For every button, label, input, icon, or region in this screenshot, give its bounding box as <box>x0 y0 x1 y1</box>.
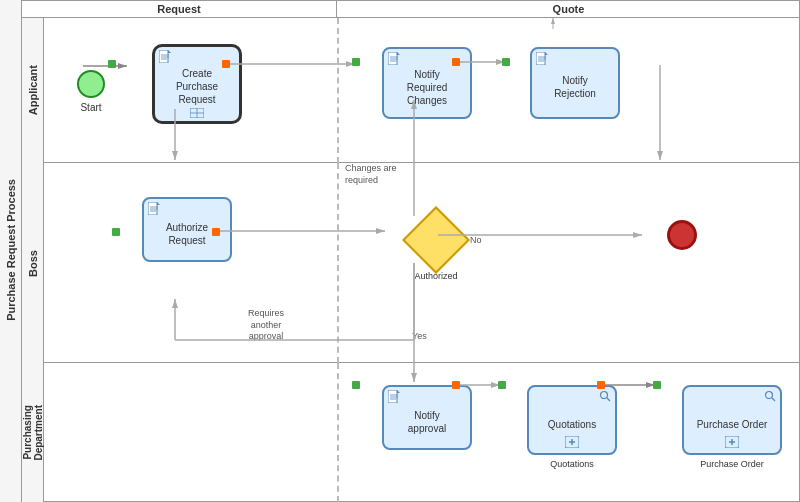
plus-icon-purchase <box>725 436 739 450</box>
svg-line-29 <box>607 398 610 401</box>
notify-required-changes-node[interactable]: NotifyRequiredChanges <box>382 47 472 119</box>
no-label: No <box>470 235 482 245</box>
main-process-label: Purchase Request Process <box>0 100 22 400</box>
col-header-quote: Quote <box>337 0 800 18</box>
create-purchase-label: CreatePurchaseRequest <box>176 67 218 106</box>
doc-icon-notify-approval <box>388 390 400 405</box>
table-icon-create <box>190 108 204 118</box>
col-header-request: Request <box>22 0 337 18</box>
svg-rect-0 <box>159 50 168 63</box>
row-boss: Boss AuthorizeRequest Authorized Change <box>22 163 800 363</box>
notify-required-label: NotifyRequiredChanges <box>407 68 448 107</box>
notify-rejection-label: NotifyRejection <box>554 74 596 100</box>
quotations-node[interactable]: Quotations <box>527 385 617 455</box>
authorize-request-node[interactable]: AuthorizeRequest <box>142 197 232 262</box>
row-label-purchasing: PurchasingDepartment <box>22 363 44 502</box>
svg-rect-8 <box>388 52 397 65</box>
create-purchase-request-node[interactable]: CreatePurchaseRequest <box>152 44 242 124</box>
purchase-order-label: Purchase Order <box>697 419 768 430</box>
svg-line-34 <box>772 398 775 401</box>
svg-marker-19 <box>157 202 160 205</box>
svg-rect-18 <box>148 202 157 215</box>
svg-marker-1 <box>168 50 171 53</box>
search-icon-purchase <box>764 390 776 404</box>
start-event <box>77 70 105 98</box>
quotations-bottom-label: Quotations <box>534 459 610 469</box>
requires-approval-label: Requiresanotherapproval <box>248 308 284 343</box>
doc-icon-notify-req <box>388 52 400 67</box>
doc-icon-notify-rej <box>536 52 548 67</box>
row-label-boss: Boss <box>22 163 44 363</box>
svg-rect-13 <box>536 52 545 65</box>
notify-rejection-node[interactable]: NotifyRejection <box>530 47 620 119</box>
row-purchasing: PurchasingDepartment Notifyapproval <box>22 363 800 502</box>
purchase-order-bottom-label: Purchase Order <box>687 459 777 469</box>
quotations-label: Quotations <box>548 419 596 430</box>
start-label: Start <box>68 102 114 113</box>
svg-point-33 <box>766 392 773 399</box>
svg-point-28 <box>601 392 608 399</box>
notify-approval-label: Notifyapproval <box>408 409 446 435</box>
svg-rect-23 <box>388 390 397 403</box>
row-applicant: Applicant Start <box>22 18 800 163</box>
diagram-container: Purchase Request Process Request Quote A… <box>0 0 800 502</box>
notify-approval-node[interactable]: Notifyapproval <box>382 385 472 450</box>
gateway-diamond <box>402 206 470 274</box>
row-label-applicant: Applicant <box>22 18 44 163</box>
purchase-order-node[interactable]: Purchase Order <box>682 385 782 455</box>
gateway-label: Authorized <box>396 271 476 281</box>
search-icon-quotations <box>599 390 611 404</box>
doc-icon-authorize <box>148 202 160 217</box>
yes-label: Yes <box>412 331 427 341</box>
changes-required-label: Changes arerequired <box>345 163 397 186</box>
svg-marker-24 <box>397 390 400 393</box>
plus-icon-quotations <box>565 436 579 450</box>
end-event <box>667 220 697 250</box>
doc-icon-create <box>159 50 171 63</box>
authorize-request-label: AuthorizeRequest <box>166 221 208 247</box>
